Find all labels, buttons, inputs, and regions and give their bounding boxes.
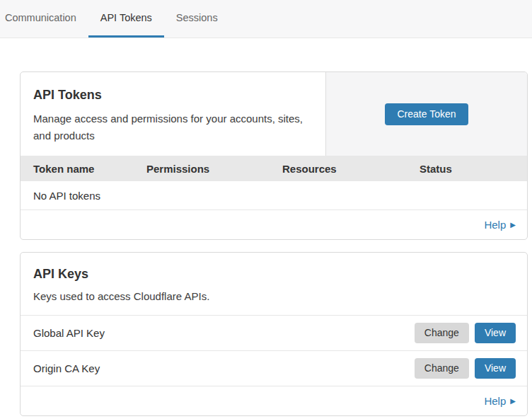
api-tokens-card-header: API Tokens Manage access and permissions… xyxy=(21,72,527,156)
api-keys-description: Keys used to access Cloudflare APIs. xyxy=(33,289,513,304)
origin-ca-key-actions: Change View xyxy=(415,358,516,379)
api-tokens-description: Manage access and permissions for your a… xyxy=(33,110,311,144)
api-tokens-help-link[interactable]: Help ▶ xyxy=(484,219,516,231)
api-keys-card: API Keys Keys used to access Cloudflare … xyxy=(20,252,528,416)
tab-api-tokens[interactable]: API Tokens xyxy=(88,0,164,38)
api-tokens-card: API Tokens Manage access and permissions… xyxy=(20,71,528,240)
tokens-table-header: Token name Permissions Resources Status xyxy=(21,156,527,181)
help-arrow-icon: ▶ xyxy=(510,398,516,405)
origin-ca-key-view-button[interactable]: View xyxy=(475,358,516,379)
global-api-key-view-button[interactable]: View xyxy=(475,323,516,343)
api-keys-help-label: Help xyxy=(484,395,506,407)
global-api-key-actions: Change View xyxy=(415,323,516,343)
api-tokens-card-header-text: API Tokens Manage access and permissions… xyxy=(21,72,326,156)
tab-sessions[interactable]: Sessions xyxy=(164,0,230,38)
tab-bar: Communication API Tokens Sessions xyxy=(0,0,532,38)
api-tokens-help-label: Help xyxy=(484,219,506,231)
api-keys-help-link[interactable]: Help ▶ xyxy=(484,395,516,407)
column-header-status: Status xyxy=(407,163,527,175)
api-keys-title: API Keys xyxy=(33,266,513,282)
help-arrow-icon: ▶ xyxy=(510,222,516,229)
tokens-empty-row: No API tokens xyxy=(21,181,527,210)
account-profile-page: Communication API Tokens Sessions API To… xyxy=(0,0,532,416)
api-keys-card-header: API Keys Keys used to access Cloudflare … xyxy=(21,253,527,316)
tab-communication[interactable]: Communication xyxy=(0,0,88,38)
global-api-key-change-button[interactable]: Change xyxy=(415,323,469,343)
column-header-resources: Resources xyxy=(270,163,407,175)
tokens-empty-message: No API tokens xyxy=(33,190,100,202)
create-token-button[interactable]: Create Token xyxy=(385,103,468,125)
column-header-permissions: Permissions xyxy=(134,163,270,175)
api-tokens-help-row: Help ▶ xyxy=(21,210,527,239)
global-api-key-row: Global API Key Change View xyxy=(21,316,527,351)
api-tokens-title: API Tokens xyxy=(33,87,311,103)
origin-ca-key-row: Origin CA Key Change View xyxy=(21,351,527,386)
api-tokens-card-header-actions: Create Token xyxy=(326,72,527,156)
origin-ca-key-change-button[interactable]: Change xyxy=(415,358,469,379)
origin-ca-key-label: Origin CA Key xyxy=(33,362,100,374)
column-header-token-name: Token name xyxy=(21,163,134,175)
main-content: API Tokens Manage access and permissions… xyxy=(0,38,532,416)
global-api-key-label: Global API Key xyxy=(33,327,105,339)
api-keys-help-row: Help ▶ xyxy=(21,386,527,415)
